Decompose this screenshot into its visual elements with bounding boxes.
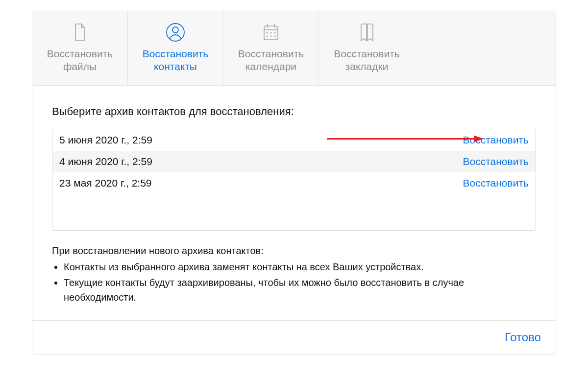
restore-link[interactable]: Восстановить (463, 156, 529, 167)
archive-date: 23 мая 2020 г., 2:59 (59, 177, 152, 189)
tab-label: Восстановить контакты (133, 47, 218, 73)
tab-label: Восстановить файлы (37, 47, 122, 73)
tab-label: Восстановить закладки (324, 47, 410, 73)
notes-list: Контакты из выбранного архива заменят ко… (52, 260, 536, 305)
archive-row: 23 мая 2020 г., 2:59 Восстановить (52, 172, 536, 194)
notes-item: Текущие контакты будут заархивированы, ч… (64, 275, 536, 305)
calendar-icon (261, 22, 281, 43)
restore-link[interactable]: Восстановить (463, 177, 529, 189)
svg-point-1 (172, 27, 178, 33)
notes-section: При восстановлении нового архива контакт… (52, 245, 536, 305)
contact-icon (165, 22, 186, 43)
restore-dialog: Восстановить файлы Восстановить контакты (32, 11, 556, 355)
done-button[interactable]: Готово (505, 331, 541, 344)
tab-restore-contacts[interactable]: Восстановить контакты (128, 11, 223, 85)
archive-date: 5 июня 2020 г., 2:59 (59, 134, 152, 146)
tab-restore-calendars[interactable]: Восстановить календари (223, 11, 319, 85)
file-icon (70, 22, 90, 43)
tab-bar: Восстановить файлы Восстановить контакты (32, 11, 556, 86)
bookmark-icon (357, 22, 377, 43)
dialog-footer: Готово (32, 320, 556, 354)
dialog-content: Выберите архив контактов для восстановле… (32, 86, 556, 320)
archive-row: 4 июня 2020 г., 2:59 Восстановить (52, 151, 536, 172)
archive-row: 5 июня 2020 г., 2:59 Восстановить (52, 129, 536, 151)
tab-restore-files[interactable]: Восстановить файлы (32, 11, 128, 85)
notes-title: При восстановлении нового архива контакт… (52, 245, 536, 257)
arrow-annotation-icon (327, 134, 484, 146)
archive-date: 4 июня 2020 г., 2:59 (59, 156, 152, 167)
archive-list: 5 июня 2020 г., 2:59 Восстановить 4 июня… (52, 129, 536, 231)
notes-item: Контакты из выбранного архива заменят ко… (64, 260, 536, 274)
content-heading: Выберите архив контактов для восстановле… (52, 105, 536, 118)
tab-label: Восстановить календари (228, 47, 314, 73)
restore-link[interactable]: Восстановить (463, 134, 529, 146)
svg-point-0 (167, 24, 184, 41)
tab-restore-bookmarks[interactable]: Восстановить закладки (319, 11, 415, 85)
